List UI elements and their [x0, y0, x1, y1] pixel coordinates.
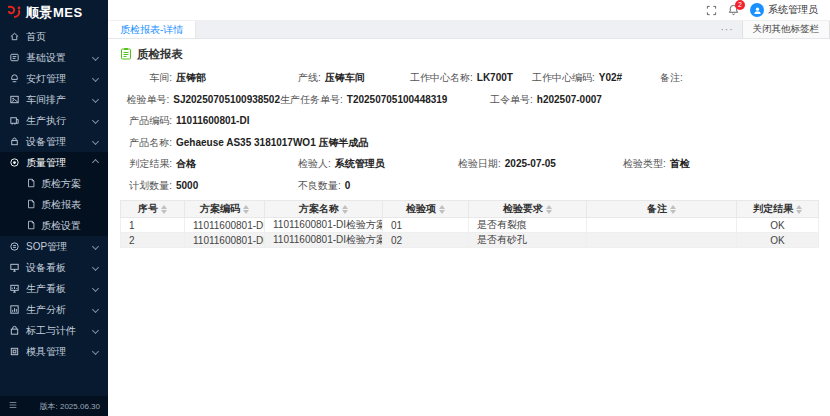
file-icon	[26, 220, 36, 232]
mold-icon	[8, 346, 20, 358]
field-product-code: 产品编码:11011600801-DI	[120, 114, 249, 128]
sort-icon	[161, 205, 167, 214]
field-inspector: 检验人:系统管理员	[298, 157, 458, 171]
sidebar-group-quality: 质量管理 质检方案 质检报表 质检设置	[0, 152, 108, 236]
quality-icon	[8, 157, 20, 169]
sort-icon	[546, 205, 552, 214]
sidebar-item-home[interactable]: 首页	[0, 26, 108, 47]
topbar: 2 系统管理员	[108, 0, 830, 21]
sidebar-item-andon[interactable]: 安灯管理	[0, 68, 108, 89]
field-defect-qty: 不良数量:0	[298, 179, 818, 193]
settings-icon	[8, 52, 20, 64]
field-remark: 备注:	[660, 71, 818, 85]
field-row-1: 车间:压铸部 产线:压铸车间 工作中心名称:LK700T 工作中心编码:Y02#…	[120, 71, 818, 85]
sort-icon	[670, 205, 676, 214]
sop-icon	[8, 241, 20, 253]
clipboard-icon	[120, 47, 132, 62]
username-label: 系统管理员	[768, 3, 818, 17]
sidebar-item-equipment-management[interactable]: 设备管理	[0, 131, 108, 152]
dashboard-icon	[8, 283, 20, 295]
app-logo: 顺景MES	[0, 0, 108, 26]
sidebar-item-basic-settings[interactable]: 基础设置	[0, 47, 108, 68]
sidebar-item-workshop-scheduling[interactable]: 车间排产	[0, 89, 108, 110]
sidebar-subitem-inspection-settings[interactable]: 质检设置	[0, 215, 108, 236]
col-result[interactable]: 判定结果	[737, 201, 819, 218]
field-row-3: 产品编码:11011600801-DI	[120, 114, 818, 128]
schedule-icon	[8, 94, 20, 106]
fullscreen-icon[interactable]	[706, 5, 717, 16]
field-workcenter-name: 工作中心名称:LK700T	[410, 71, 532, 85]
sidebar-item-piecework[interactable]: 标工与计件	[0, 320, 108, 341]
machine-icon	[8, 115, 20, 127]
sidebar-subitem-inspection-plan[interactable]: 质检方案	[0, 173, 108, 194]
sidebar-item-equipment-board[interactable]: 设备看板	[0, 257, 108, 278]
device-lock-icon	[8, 136, 20, 148]
monitor-icon	[8, 262, 20, 274]
tab-bar: 质检报表-详情 ··· 关闭其他标签栏	[108, 21, 830, 39]
chevron-down-icon	[92, 117, 99, 124]
sort-icon	[796, 205, 802, 214]
sidebar-nav: 首页 基础设置 安灯管理 车间排产 生产执行 设备管理	[0, 26, 108, 396]
sidebar-subitem-inspection-report[interactable]: 质检报表	[0, 194, 108, 215]
tab-spacer	[196, 21, 712, 38]
piecework-icon	[8, 325, 20, 337]
field-inspection-date: 检验日期:2025-07-05	[458, 157, 623, 171]
field-row-4: 产品名称:Gehaeuse AS35 3181017WO1 压铸半成品	[120, 136, 818, 150]
chevron-down-icon	[92, 243, 99, 250]
col-inspection-item[interactable]: 检验项	[383, 201, 469, 218]
close-other-tabs-button[interactable]: 关闭其他标签栏	[742, 21, 830, 38]
user-avatar	[750, 3, 764, 17]
tab-more-button[interactable]: ···	[713, 21, 742, 38]
col-requirement[interactable]: 检验要求	[469, 201, 587, 218]
chevron-down-icon	[92, 327, 99, 334]
field-task-no: 生产任务单号:T20250705100448319	[280, 93, 490, 107]
sidebar-item-quality-management[interactable]: 质量管理	[0, 152, 108, 173]
field-product-name: 产品名称:Gehaeuse AS35 3181017WO1 压铸半成品	[120, 136, 369, 150]
sidebar-item-production-analysis[interactable]: 生产分析	[0, 299, 108, 320]
field-judgement-result: 判定结果:合格	[120, 157, 298, 171]
lamp-icon	[8, 73, 20, 85]
col-remark[interactable]: 备注	[587, 201, 737, 218]
field-workcenter-code: 工作中心编码:Y02#	[532, 71, 660, 85]
main-area: 2 系统管理员 质检报表-详情 ··· 关闭其他标签栏 质检报表	[108, 0, 830, 416]
field-workshop: 车间:压铸部	[120, 71, 298, 85]
table-row[interactable]: 2 11011600801-DI 11011600801-DI检验方案 02 是…	[121, 233, 819, 248]
field-work-order-no: 工令单号:h202507-0007	[490, 93, 818, 107]
sidebar-item-mold-management[interactable]: 模具管理	[0, 341, 108, 362]
sort-icon	[243, 205, 249, 214]
notification-badge: 2	[735, 0, 745, 10]
field-plan-qty: 计划数量:5000	[120, 179, 298, 193]
sidebar-item-production-execution[interactable]: 生产执行	[0, 110, 108, 131]
inspection-items-table: 序号 方案编码 方案名称 检验项 检验要求 备注 判定结果 1 11011600…	[120, 200, 819, 248]
user-menu[interactable]: 系统管理员	[750, 3, 818, 17]
chevron-down-icon	[92, 264, 99, 271]
app-title: 顺景MES	[26, 4, 83, 22]
table-header-row: 序号 方案编码 方案名称 检验项 检验要求 备注 判定结果	[121, 201, 819, 218]
col-plan-code[interactable]: 方案编码	[185, 201, 265, 218]
chevron-down-icon	[92, 96, 99, 103]
field-row-6: 计划数量:5000 不良数量:0	[120, 179, 818, 193]
chart-icon	[8, 304, 20, 316]
chevron-down-icon	[92, 54, 99, 61]
notification-bell-icon[interactable]: 2	[728, 4, 739, 16]
field-row-5: 判定结果:合格 检验人:系统管理员 检验日期:2025-07-05 检验类型:首…	[120, 157, 818, 171]
col-seq[interactable]: 序号	[121, 201, 185, 218]
sort-icon	[439, 205, 445, 214]
chevron-down-icon	[92, 138, 99, 145]
home-icon	[8, 31, 20, 43]
field-inspection-type: 检验类型:首检	[623, 157, 818, 171]
tab-inspection-report-detail[interactable]: 质检报表-详情	[108, 21, 196, 38]
sidebar-item-sop[interactable]: SOP管理	[0, 236, 108, 257]
field-line: 产线:压铸车间	[298, 71, 410, 85]
col-plan-name[interactable]: 方案名称	[265, 201, 383, 218]
chevron-down-icon	[92, 348, 99, 355]
sidebar-item-production-board[interactable]: 生产看板	[0, 278, 108, 299]
file-icon	[26, 199, 36, 211]
chevron-up-icon	[92, 159, 99, 166]
collapse-menu-icon[interactable]	[8, 400, 18, 412]
field-row-2: 检验单号:SJ20250705100938502 生产任务单号:T2025070…	[120, 93, 818, 107]
app-window: 顺景MES 首页 基础设置 安灯管理 车间排产 生产执行	[0, 0, 830, 416]
table-row[interactable]: 1 11011600801-DI 11011600801-DI检验方案 01 是…	[121, 218, 819, 233]
chevron-down-icon	[92, 75, 99, 82]
sidebar-footer: 版本: 2025.06.30	[0, 396, 108, 416]
